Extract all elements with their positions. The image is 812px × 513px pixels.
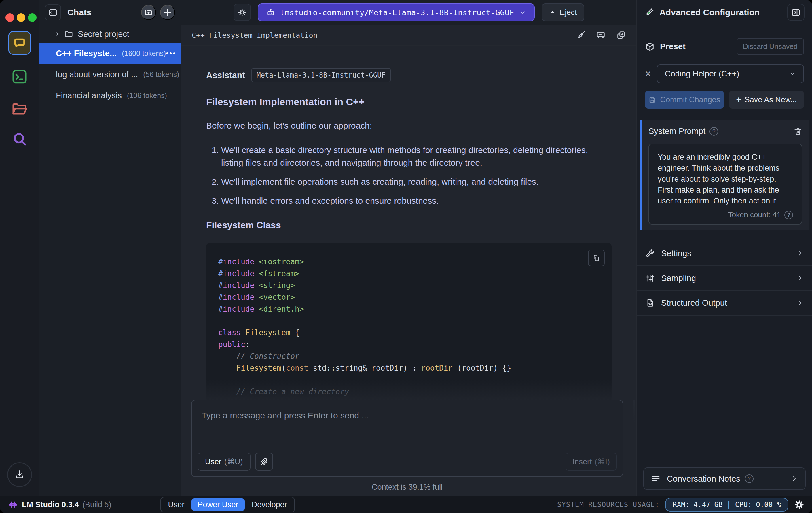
conversation-notes-help-icon[interactable]: ? (745, 475, 754, 483)
chat-item-menu-icon[interactable]: ••• (166, 49, 176, 58)
minimize-window-button[interactable] (17, 13, 25, 22)
sidebar-title: Chats (67, 7, 91, 17)
rail-item-discover[interactable] (0, 131, 39, 147)
commit-changes-label: Commit Changes (660, 96, 720, 104)
plus-icon: + (736, 95, 741, 105)
composer-actions: User (⌘U) Insert (⌘I) (198, 453, 617, 470)
lm-studio-logo-icon (8, 500, 18, 510)
section-label: Settings (661, 249, 691, 258)
folder-icon (11, 100, 29, 118)
section-sampling[interactable]: Sampling (637, 266, 812, 291)
rail-item-downloads[interactable] (0, 462, 39, 487)
message-step-2: We'll implement file operations such as … (221, 176, 612, 188)
conversation-notes-button[interactable]: Conversation Notes ? (643, 467, 806, 490)
conversation-scroll-area[interactable]: Assistant Meta-Llama-3.1-8B-Instruct-GGU… (181, 46, 636, 496)
chat-list-item-2[interactable]: Financial analysis(106 tokens) (39, 85, 181, 106)
save-as-new-button[interactable]: + Save As New... (729, 91, 804, 109)
app-build: (Build 5) (82, 500, 111, 509)
download-icon (7, 462, 32, 487)
clear-conversation-icon[interactable] (596, 30, 606, 40)
composer-overlay: Type a message and press Enter to send .… (181, 380, 636, 496)
new-folder-button[interactable] (141, 5, 156, 20)
chat-list: C++ Filesyste...(1600 tokens)•••log abou… (39, 43, 181, 106)
chat-bubble-icon (8, 31, 31, 55)
role-toggle-shortcut: (⌘U) (224, 457, 243, 466)
wrench-icon (645, 249, 655, 258)
duplicate-chat-icon[interactable] (616, 30, 626, 40)
collapse-right-panel-button[interactable] (787, 4, 805, 21)
zoom-window-button[interactable] (28, 13, 36, 22)
advanced-config-title: Advanced Configuration (659, 7, 760, 17)
token-count-help-icon[interactable]: ? (784, 211, 793, 219)
eject-model-button[interactable]: Eject (542, 3, 584, 21)
code-line: Filesystem(const std::string& rootDir) :… (218, 362, 600, 374)
advanced-configuration-panel: Advanced Configuration Preset Discard Un… (637, 0, 812, 496)
discard-unsaved-button[interactable]: Discard Unsaved (736, 38, 804, 55)
preset-buttons: Commit Changes + Save As New... (645, 91, 804, 109)
mode-power-user[interactable]: Power User (192, 498, 245, 511)
model-bar: lmstudio-community/Meta-Llama-3.1-8B-Ins… (181, 0, 636, 25)
delete-system-prompt-button[interactable] (793, 127, 802, 136)
chat-item-title: log about version of ... (56, 70, 138, 79)
collapse-sidebar-button[interactable] (45, 4, 61, 21)
message-input-placeholder: Type a message and press Enter to send .… (192, 400, 622, 431)
lm-studio-window: Chats (0, 0, 812, 513)
chat-title: C++ Filesystem Implementation (192, 31, 318, 39)
chevron-right-icon (796, 250, 803, 257)
mode-developer[interactable]: Developer (245, 498, 293, 511)
search-icon (11, 131, 28, 147)
test-tube-icon (644, 7, 654, 17)
code-line: #include <iostream> (218, 256, 600, 268)
conversation-notes-label: Conversation Notes (667, 474, 740, 484)
code-line: // Constructor (218, 350, 600, 362)
main-chat-area: lmstudio-community/Meta-Llama-3.1-8B-Ins… (181, 0, 637, 496)
commit-changes-button[interactable]: Commit Changes (645, 91, 724, 109)
app-version: LM Studio 0.3.4 (22, 500, 79, 509)
settings-gear-icon[interactable] (795, 500, 804, 509)
rail-item-chats[interactable] (0, 31, 39, 55)
eject-label: Eject (559, 8, 577, 17)
terminal-icon (11, 68, 29, 86)
close-window-button[interactable] (5, 13, 14, 22)
help-icon[interactable]: ? (709, 127, 718, 136)
preset-dropdown[interactable]: Coding Helper (C++) (657, 64, 804, 83)
clean-brush-icon[interactable] (576, 30, 586, 40)
system-prompt-input[interactable]: You are an incredibly good C++ engineer.… (648, 143, 802, 224)
chevron-right-icon (791, 475, 798, 482)
chevron-down-icon (519, 9, 526, 16)
attach-file-button[interactable] (255, 453, 273, 470)
preset-box-icon (645, 42, 655, 52)
system-resources-label: SYSTEM RESOURCES USAGE: (557, 501, 659, 509)
role-toggle-button[interactable]: User (⌘U) (198, 453, 251, 470)
chat-item-token-count: (106 tokens) (127, 91, 167, 100)
chat-list-item-0[interactable]: C++ Filesyste...(1600 tokens)••• (39, 43, 181, 64)
insert-button[interactable]: Insert (⌘I) (566, 453, 617, 470)
deselect-preset-button[interactable]: × (645, 69, 651, 79)
section-structured-output[interactable]: Structured Output (637, 291, 812, 316)
code-line: #include <fstream> (218, 268, 600, 279)
resource-usage-pill[interactable]: RAM: 4.47 GB | CPU: 0.00 % (665, 498, 788, 512)
model-settings-button[interactable] (234, 4, 251, 21)
message-input[interactable]: Type a message and press Enter to send .… (191, 400, 623, 477)
gear-icon (237, 8, 247, 17)
plus-icon (163, 8, 172, 17)
copy-icon (592, 254, 600, 262)
chat-list-item-1[interactable]: log about version of ...(56 tokens) (39, 64, 181, 85)
folder-row-secret-project[interactable]: Secret project (39, 25, 181, 43)
status-bar: LM Studio 0.3.4 (Build 5) UserPower User… (0, 496, 812, 513)
rail-item-my-models[interactable] (0, 100, 39, 118)
section-settings[interactable]: Settings (637, 241, 812, 266)
left-rail (0, 0, 39, 496)
advanced-config-header: Advanced Configuration (637, 0, 812, 25)
user-mode-segmented-control: UserPower UserDeveloper (161, 497, 295, 512)
message-step-3: We'll handle errors and exceptions to en… (221, 194, 612, 207)
loaded-model-selector[interactable]: lmstudio-community/Meta-Llama-3.1-8B-Ins… (258, 3, 535, 21)
chevron-right-icon (54, 31, 60, 37)
new-chat-button[interactable] (160, 5, 175, 20)
copy-code-button[interactable] (588, 250, 605, 266)
rail-item-developer[interactable] (0, 68, 39, 86)
context-usage-status: Context is 39.1% full (191, 483, 623, 492)
paperclip-icon (260, 457, 268, 466)
mode-user[interactable]: User (162, 498, 191, 511)
message-header: Assistant Meta-Llama-3.1-8B-Instruct-GGU… (206, 68, 612, 82)
